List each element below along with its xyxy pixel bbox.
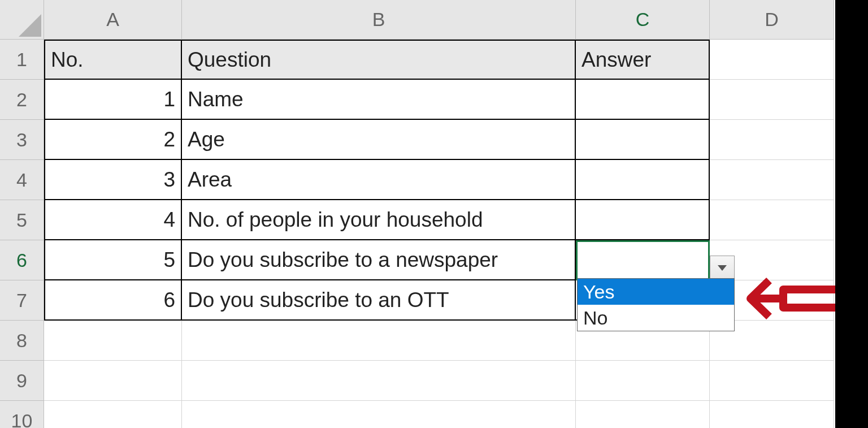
cell-B2[interactable]: Name	[182, 80, 576, 120]
dropdown-option-no[interactable]: No	[578, 305, 734, 331]
row-header-7[interactable]: 7	[0, 280, 44, 321]
cell-C5[interactable]	[576, 200, 710, 240]
dropdown-option-yes[interactable]: Yes	[578, 279, 734, 305]
cell-A9[interactable]	[44, 361, 182, 401]
cell-D3[interactable]	[710, 120, 834, 160]
cell-C4[interactable]	[576, 160, 710, 200]
chevron-down-icon	[718, 265, 727, 271]
cell-A3[interactable]: 2	[44, 120, 182, 160]
row-header-4[interactable]: 4	[0, 160, 44, 200]
row-header-8[interactable]: 8	[0, 321, 44, 361]
row-header-6[interactable]: 6	[0, 240, 44, 280]
select-all-triangle-icon	[14, 10, 41, 37]
data-validation-dropdown-button[interactable]	[710, 256, 735, 280]
cell-C2[interactable]	[576, 80, 710, 120]
cell-A7[interactable]: 6	[44, 280, 182, 321]
cell-D1[interactable]	[710, 40, 834, 80]
cell-B5[interactable]: No. of people in your household	[182, 200, 576, 240]
column-header-A[interactable]: A	[44, 0, 182, 40]
cell-D10[interactable]	[710, 401, 834, 428]
data-validation-dropdown-list: Yes No	[577, 278, 735, 331]
cell-B3[interactable]: Age	[182, 120, 576, 160]
column-header-D[interactable]: D	[710, 0, 834, 40]
cell-A10[interactable]	[44, 401, 182, 428]
cell-A8[interactable]	[44, 321, 182, 361]
cell-D4[interactable]	[710, 160, 834, 200]
row-header-9[interactable]: 9	[0, 361, 44, 401]
cell-B7[interactable]: Do you subscribe to an OTT	[182, 280, 576, 321]
row-header-2[interactable]: 2	[0, 80, 44, 120]
spreadsheet: A B C D 1 2 3 4 5 6 7 8 9 10 No. Questio…	[0, 0, 868, 428]
cell-C9[interactable]	[576, 361, 710, 401]
cell-A6[interactable]: 5	[44, 240, 182, 280]
cell-A5[interactable]: 4	[44, 200, 182, 240]
row-header-10[interactable]: 10	[0, 401, 44, 428]
cell-B6[interactable]: Do you subscribe to a newspaper	[182, 240, 576, 280]
cell-B9[interactable]	[182, 361, 576, 401]
cell-C6[interactable]	[576, 240, 710, 280]
cell-B1[interactable]: Question	[182, 40, 576, 80]
right-black-bar	[835, 0, 868, 428]
cell-B4[interactable]: Area	[182, 160, 576, 200]
cell-D2[interactable]	[710, 80, 834, 120]
column-header-C[interactable]: C	[576, 0, 710, 40]
cell-A2[interactable]: 1	[44, 80, 182, 120]
cell-D5[interactable]	[710, 200, 834, 240]
cell-A1[interactable]: No.	[44, 40, 182, 80]
cell-C3[interactable]	[576, 120, 710, 160]
select-all-corner[interactable]	[0, 0, 44, 40]
column-header-B[interactable]: B	[182, 0, 576, 40]
row-header-1[interactable]: 1	[0, 40, 44, 80]
cell-A4[interactable]: 3	[44, 160, 182, 200]
row-header-3[interactable]: 3	[0, 120, 44, 160]
cell-B10[interactable]	[182, 401, 576, 428]
cell-C1[interactable]: Answer	[576, 40, 710, 80]
cell-D9[interactable]	[710, 361, 834, 401]
row-header-5[interactable]: 5	[0, 200, 44, 240]
cell-B8[interactable]	[182, 321, 576, 361]
svg-marker-0	[19, 14, 41, 37]
cell-C10[interactable]	[576, 401, 710, 428]
